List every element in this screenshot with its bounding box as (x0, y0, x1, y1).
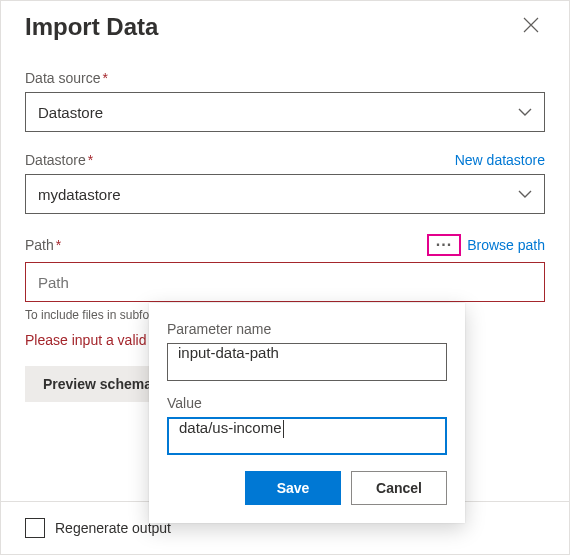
import-data-dialog: Import Data Data source* Datastore Datas… (0, 0, 570, 555)
text-caret (283, 420, 284, 438)
close-icon (523, 17, 539, 33)
parameter-name-input[interactable]: input-data-path (167, 343, 447, 381)
datastore-label: Datastore* (25, 152, 93, 168)
dialog-header: Import Data (1, 1, 569, 50)
cancel-button[interactable]: Cancel (351, 471, 447, 505)
parameter-name-value: input-data-path (178, 344, 279, 361)
path-input[interactable] (25, 262, 545, 302)
datastore-label-row: Datastore* New datastore (25, 152, 545, 168)
chevron-down-icon (518, 189, 532, 199)
path-label: Path* (25, 237, 61, 253)
path-label-text: Path (25, 237, 54, 253)
popover-actions: Save Cancel (167, 471, 447, 505)
datastore-value: mydatastore (38, 186, 121, 203)
value-input[interactable]: data/us-income (167, 417, 447, 455)
required-asterisk: * (88, 152, 93, 168)
data-source-value: Datastore (38, 104, 103, 121)
dialog-title: Import Data (25, 13, 158, 41)
chevron-down-icon (518, 107, 532, 117)
required-asterisk: * (102, 70, 107, 86)
save-button[interactable]: Save (245, 471, 341, 505)
parameter-name-label: Parameter name (167, 321, 447, 337)
parameter-popover: Parameter name input-data-path Value dat… (149, 303, 465, 523)
new-datastore-link[interactable]: New datastore (455, 152, 545, 168)
value-label: Value (167, 395, 447, 411)
ellipsis-icon: ··· (436, 236, 452, 253)
path-options-button[interactable]: ··· (427, 234, 461, 256)
close-button[interactable] (517, 11, 545, 42)
data-source-label-text: Data source (25, 70, 100, 86)
required-asterisk: * (56, 237, 61, 253)
regenerate-checkbox[interactable] (25, 518, 45, 538)
value-input-text: data/us-income (179, 419, 282, 436)
browse-path-link[interactable]: Browse path (467, 237, 545, 253)
datastore-label-text: Datastore (25, 152, 86, 168)
path-label-row: Path* ··· Browse path (25, 234, 545, 256)
data-source-select[interactable]: Datastore (25, 92, 545, 132)
data-source-label: Data source* (25, 70, 545, 86)
datastore-select[interactable]: mydatastore (25, 174, 545, 214)
